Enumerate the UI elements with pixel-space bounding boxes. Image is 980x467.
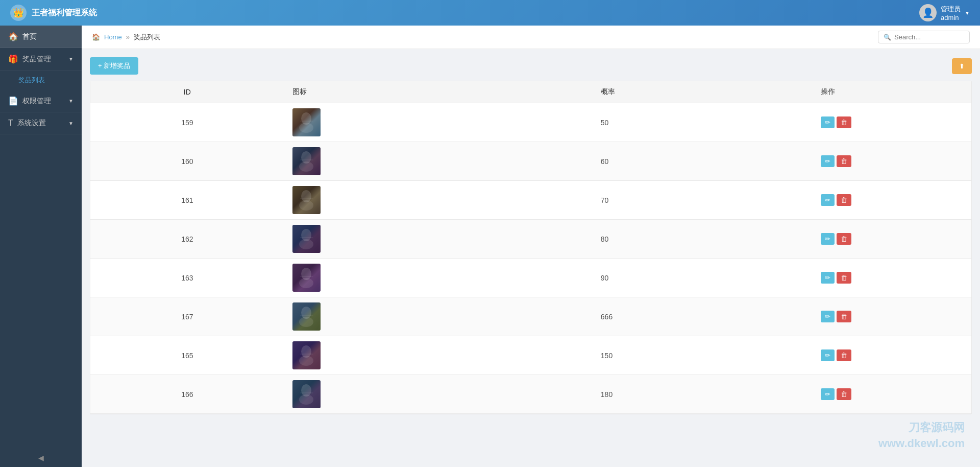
sidebar-item-permission[interactable]: 📄 权限管理 ▼ bbox=[0, 90, 82, 112]
cell-icon bbox=[284, 181, 593, 220]
delete-button[interactable]: 🗑 bbox=[837, 311, 851, 322]
edit-button[interactable]: ✏ bbox=[821, 155, 835, 167]
prize-table: ID 图标 概率 操作 159 bbox=[90, 81, 971, 414]
sidebar-item-prize-list[interactable]: 奖品列表 bbox=[0, 71, 82, 90]
permission-arrow: ▼ bbox=[68, 98, 74, 104]
svg-point-10 bbox=[299, 200, 313, 211]
breadcrumb-separator: » bbox=[126, 33, 130, 41]
cell-id: 159 bbox=[90, 103, 284, 142]
add-prize-label: + 新增奖品 bbox=[98, 61, 130, 71]
cell-icon bbox=[284, 375, 593, 414]
sidebar-prize-list-label: 奖品列表 bbox=[18, 76, 45, 85]
cell-action: ✏ 🗑 bbox=[813, 336, 971, 375]
avatar: 👤 bbox=[919, 4, 937, 21]
delete-button[interactable]: 🗑 bbox=[837, 233, 851, 245]
delete-button[interactable]: 🗑 bbox=[837, 155, 851, 167]
thumbnail-svg bbox=[292, 186, 321, 214]
search-icon: 🔍 bbox=[884, 34, 891, 41]
add-prize-button[interactable]: + 新增奖品 bbox=[90, 57, 138, 75]
export-icon: ⬆ bbox=[959, 62, 965, 70]
action-buttons: ✏ 🗑 bbox=[821, 155, 963, 167]
table-row: 165 150 ✏ 🗑 bbox=[90, 336, 971, 375]
cell-action: ✏ 🗑 bbox=[813, 181, 971, 220]
table-row: 166 180 ✏ 🗑 bbox=[90, 375, 971, 414]
app-title-area: 👑 王者福利管理系统 bbox=[10, 5, 97, 21]
table-row: 160 60 ✏ 🗑 bbox=[90, 142, 971, 181]
action-buttons: ✏ 🗑 bbox=[821, 272, 963, 284]
sidebar-item-home[interactable]: 🏠 首页 bbox=[0, 26, 82, 48]
edit-button[interactable]: ✏ bbox=[821, 388, 835, 400]
table-body: 159 50 ✏ 🗑 160 bbox=[90, 103, 971, 414]
breadcrumb-home-link[interactable]: Home bbox=[104, 33, 122, 41]
sidebar-item-system[interactable]: T 系统设置 ▼ bbox=[0, 112, 82, 134]
cell-id: 163 bbox=[90, 259, 284, 297]
delete-button[interactable]: 🗑 bbox=[837, 272, 851, 284]
user-label: 管理员 bbox=[941, 5, 961, 14]
svg-point-22 bbox=[299, 317, 313, 327]
thumbnail-svg bbox=[292, 380, 321, 408]
search-box[interactable]: 🔍 bbox=[878, 31, 970, 43]
cell-probability: 50 bbox=[593, 103, 813, 142]
sidebar-item-prize-mgmt[interactable]: 🎁 奖品管理 ▼ bbox=[0, 48, 82, 71]
cell-id: 166 bbox=[90, 375, 284, 414]
cell-icon bbox=[284, 336, 593, 375]
cell-icon bbox=[284, 142, 593, 181]
app-logo-icon: 👑 bbox=[10, 5, 27, 21]
main-layout: 🏠 首页 🎁 奖品管理 ▼ 奖品列表 📄 权限管理 ▼ T 系统设置 ▼ ◀ bbox=[0, 26, 980, 467]
cell-probability: 666 bbox=[593, 297, 813, 336]
top-header: 👑 王者福利管理系统 👤 管理员 admin ▼ bbox=[0, 0, 980, 26]
cell-icon bbox=[284, 103, 593, 142]
breadcrumb-left: 🏠 Home » 奖品列表 bbox=[92, 33, 160, 42]
action-buttons: ✏ 🗑 bbox=[821, 311, 963, 322]
edit-button[interactable]: ✏ bbox=[821, 349, 835, 361]
delete-button[interactable]: 🗑 bbox=[837, 388, 851, 400]
sidebar-collapse-button[interactable]: ◀ bbox=[0, 449, 82, 467]
thumbnail-svg bbox=[292, 264, 321, 292]
delete-button[interactable]: 🗑 bbox=[837, 349, 851, 361]
edit-button[interactable]: ✏ bbox=[821, 311, 835, 322]
edit-button[interactable]: ✏ bbox=[821, 233, 835, 245]
content-area: 🏠 Home » 奖品列表 🔍 + 新增奖品 ⬆ bbox=[82, 26, 980, 467]
sidebar: 🏠 首页 🎁 奖品管理 ▼ 奖品列表 📄 权限管理 ▼ T 系统设置 ▼ ◀ bbox=[0, 26, 82, 467]
cell-id: 162 bbox=[90, 220, 284, 259]
prize-thumbnail bbox=[292, 147, 321, 175]
cell-probability: 150 bbox=[593, 336, 813, 375]
cell-probability: 180 bbox=[593, 375, 813, 414]
thumbnail-svg bbox=[292, 225, 321, 253]
action-buttons: ✏ 🗑 bbox=[821, 233, 963, 245]
table-row: 162 80 ✏ 🗑 bbox=[90, 220, 971, 259]
svg-point-6 bbox=[299, 161, 313, 172]
svg-point-2 bbox=[299, 123, 313, 133]
action-buttons: ✏ 🗑 bbox=[821, 349, 963, 361]
user-dropdown-arrow[interactable]: ▼ bbox=[965, 10, 970, 16]
edit-button[interactable]: ✏ bbox=[821, 272, 835, 284]
cell-id: 167 bbox=[90, 297, 284, 336]
edit-button[interactable]: ✏ bbox=[821, 194, 835, 206]
cell-action: ✏ 🗑 bbox=[813, 259, 971, 297]
sidebar-permission-label: 权限管理 bbox=[22, 97, 51, 106]
edit-button[interactable]: ✏ bbox=[821, 116, 835, 128]
user-info: 管理员 admin bbox=[941, 5, 961, 21]
col-header-prob: 概率 bbox=[593, 81, 813, 103]
svg-point-26 bbox=[299, 356, 313, 366]
table-header: ID 图标 概率 操作 bbox=[90, 81, 971, 103]
breadcrumb-home-icon: 🏠 bbox=[92, 33, 100, 41]
col-header-action: 操作 bbox=[813, 81, 971, 103]
header-user-area[interactable]: 👤 管理员 admin ▼ bbox=[919, 4, 970, 21]
delete-button[interactable]: 🗑 bbox=[837, 116, 851, 128]
cell-probability: 80 bbox=[593, 220, 813, 259]
col-header-id: ID bbox=[90, 81, 284, 103]
cell-icon bbox=[284, 259, 593, 297]
toolbar: + 新增奖品 ⬆ bbox=[90, 57, 972, 75]
export-button[interactable]: ⬆ bbox=[952, 58, 972, 74]
search-input[interactable] bbox=[894, 33, 964, 41]
delete-button[interactable]: 🗑 bbox=[837, 194, 851, 206]
cell-id: 161 bbox=[90, 181, 284, 220]
table-row: 167 666 ✏ 🗑 bbox=[90, 297, 971, 336]
prize-thumbnail bbox=[292, 264, 321, 292]
breadcrumb-current: 奖品列表 bbox=[134, 33, 160, 42]
cell-id: 160 bbox=[90, 142, 284, 181]
prize-thumbnail bbox=[292, 341, 321, 369]
thumbnail-svg bbox=[292, 341, 321, 369]
thumbnail-svg bbox=[292, 108, 321, 136]
